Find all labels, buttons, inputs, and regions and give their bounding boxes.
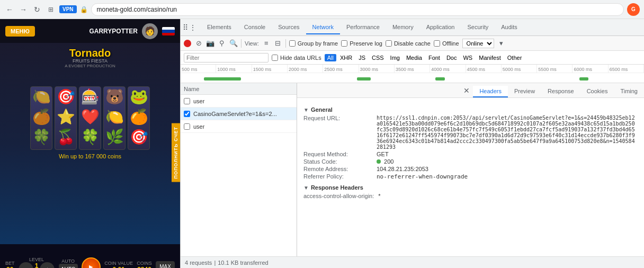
filter-img[interactable]: Img	[388, 54, 402, 61]
hide-data-urls-group[interactable]: Hide data URLs	[272, 55, 321, 61]
req-name-2: user	[193, 123, 204, 130]
level-plus-button[interactable]: +	[40, 262, 55, 269]
request-method-key: Request Method:	[303, 151, 372, 157]
game-reels: 🍋 🍊 🍀 🎯 ⭐ 🍒 🎰 ❤️ 🍀	[30, 86, 150, 150]
devtools-options-icon[interactable]: ⋮	[189, 23, 196, 32]
tab-console[interactable]: Console	[238, 21, 272, 34]
filter-css[interactable]: CSS	[369, 54, 387, 61]
camera-button[interactable]: 📷	[206, 39, 214, 48]
detail-tab-cookies[interactable]: Cookies	[580, 86, 614, 97]
max-button[interactable]: MAX	[156, 261, 175, 269]
record-button[interactable]	[184, 40, 191, 47]
content-area: Name user CasinoGameServlet?e=1&s=2... u…	[181, 83, 644, 256]
group-frame-checkbox[interactable]	[289, 40, 296, 47]
preserve-log-checkbox[interactable]	[341, 40, 347, 47]
filter-other[interactable]: Other	[505, 54, 525, 61]
menu-button[interactable]: МЕНЮ	[5, 26, 35, 37]
t-mark-2: 1500 ms	[252, 65, 288, 73]
back-button[interactable]: ←	[4, 4, 15, 15]
filter-input[interactable]	[184, 53, 269, 62]
request-url-key: Request URL:	[303, 115, 372, 150]
req-checkbox-0[interactable]	[184, 98, 190, 104]
win-banner: Win up to 167 000 coins	[59, 153, 121, 159]
tab-audits[interactable]: Audits	[495, 21, 524, 34]
spin-button[interactable]: ▶	[82, 257, 101, 269]
t-mark-1: 1000 ms	[216, 65, 252, 73]
req-name-0: user	[193, 98, 204, 104]
filter-manifest[interactable]: Manifest	[476, 54, 504, 61]
tab-application[interactable]: Application	[420, 21, 461, 34]
level-value: 1	[35, 262, 39, 269]
devtools-drag-icon[interactable]: ⠿	[183, 23, 188, 32]
detail-tab-preview[interactable]: Preview	[508, 86, 541, 97]
transferred-size: 10.1 KB transferred	[218, 260, 268, 266]
search-button[interactable]: 🔍	[229, 39, 238, 48]
coin-val-label: COIN VALUE	[104, 261, 133, 266]
list-view-button[interactable]: ≡	[262, 39, 271, 48]
tabs-button[interactable]: ⊞	[46, 4, 56, 15]
group-frame-checkbox-group[interactable]: Group by frame	[289, 40, 338, 47]
disable-cache-checkbox-group[interactable]: Disable cache	[386, 40, 431, 47]
request-item-0[interactable]: user	[181, 95, 297, 108]
t-mark-0: 500 ms	[181, 65, 216, 73]
offline-checkbox-group[interactable]: Offline	[434, 40, 459, 47]
filter-font[interactable]: Font	[426, 54, 443, 61]
request-item-1[interactable]: CasinoGameServlet?e=1&s=2...	[181, 108, 297, 120]
response-headers-toggle[interactable]: ▼	[303, 185, 309, 191]
username: GARRYPOTTER	[89, 28, 138, 35]
game-logo: Tornado	[69, 47, 111, 59]
tab-elements[interactable]: Elements	[201, 21, 238, 34]
coin-val-stat: COIN VALUE 0.01	[104, 261, 133, 269]
request-url-value[interactable]: https://ssl1.cdnpin.com:2053//api/servle…	[377, 115, 638, 150]
tab-security[interactable]: Security	[461, 21, 495, 34]
filter-ws[interactable]: WS	[460, 54, 475, 61]
reel-4: 🐻 🍋 🌿	[103, 86, 126, 150]
t-mark-10: 5500 ms	[537, 65, 573, 73]
filter-xhr[interactable]: XHR	[337, 54, 355, 61]
req-name-1: CasinoGameServlet?e=1&s=2...	[193, 111, 277, 117]
network-toolbar: ⊘ 📷 ⚲ 🔍 View: ≡ ⊟ Group by frame Preserv…	[181, 36, 644, 51]
detail-panel: ✕ Headers Preview Response Cookies Timin…	[297, 83, 644, 256]
filter-js[interactable]: JS	[356, 54, 368, 61]
coins-value: 3840	[137, 266, 151, 269]
filter-all[interactable]: All	[325, 54, 336, 61]
hide-data-urls-checkbox[interactable]	[272, 55, 278, 61]
filter-doc[interactable]: Doc	[444, 54, 460, 61]
tab-memory[interactable]: Memory	[386, 21, 420, 34]
game-bottom: BET 20 LEVEL - 1 + AUTO AUTO ▶	[0, 244, 180, 268]
more-options-button[interactable]: ▾	[497, 39, 506, 48]
t-mark-7: 4000 ms	[430, 65, 466, 73]
bet-value: 20	[6, 266, 13, 269]
tab-sources[interactable]: Sources	[272, 21, 306, 34]
request-item-2[interactable]: user	[181, 120, 297, 133]
detail-tab-headers[interactable]: Headers	[473, 86, 508, 97]
preserve-log-checkbox-group[interactable]: Preserve log	[341, 40, 382, 47]
req-checkbox-2[interactable]	[184, 123, 190, 130]
tab-network[interactable]: Network	[306, 21, 340, 34]
refresh-button[interactable]: ↻	[32, 4, 42, 15]
clear-button[interactable]: ⊘	[194, 39, 203, 48]
toolbar-separator-2	[285, 39, 286, 48]
screenshot-view-button[interactable]: ⊟	[274, 39, 282, 48]
general-toggle[interactable]: ▼	[303, 107, 309, 113]
detail-tab-response[interactable]: Response	[541, 86, 580, 97]
forward-button[interactable]: →	[18, 4, 29, 15]
fill-account-label[interactable]: ПОПОЛНИТЬ СЧЕТ	[172, 123, 180, 182]
avatar: 🧑	[142, 23, 158, 39]
filter-media[interactable]: Media	[404, 54, 425, 61]
address-bar[interactable]: moneta-gold.com/casino/run	[91, 3, 624, 16]
detail-close-button[interactable]: ✕	[463, 86, 470, 95]
general-label: General	[311, 106, 333, 113]
offline-checkbox[interactable]	[434, 40, 440, 47]
tab-performance[interactable]: Performance	[340, 21, 386, 34]
req-checkbox-1[interactable]	[184, 111, 190, 117]
auto-button[interactable]: AUTO	[59, 264, 78, 269]
requests-count: 4 requests	[185, 260, 212, 266]
level-minus-button[interactable]: -	[19, 262, 33, 269]
reel-2: 🎯 ⭐ 🍒	[55, 86, 77, 150]
filter-toggle-button[interactable]: ⚲	[218, 39, 226, 48]
filter-types: All XHR JS CSS Img Media Font Doc WS Man…	[325, 54, 525, 61]
disable-cache-checkbox[interactable]	[386, 40, 392, 47]
throttle-select[interactable]: Online	[462, 39, 494, 48]
detail-tab-timing[interactable]: Timing	[614, 86, 644, 97]
